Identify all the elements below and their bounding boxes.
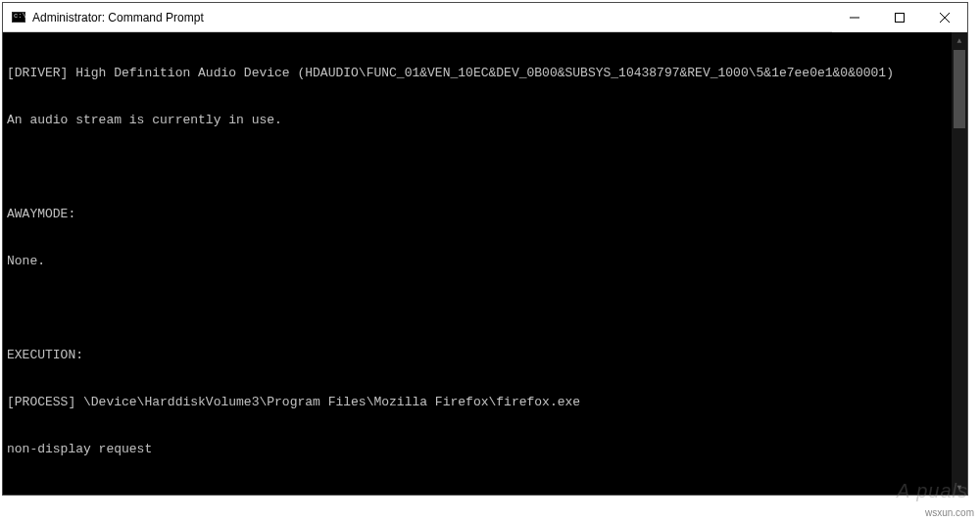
minimize-icon <box>850 13 859 23</box>
close-icon <box>940 13 950 23</box>
command-prompt-window: c:\ Administrator: Command Prompt [DRIVE… <box>2 2 968 496</box>
terminal-output[interactable]: [DRIVER] High Definition Audio Device (H… <box>3 32 967 495</box>
terminal-line: non-display request <box>7 442 963 457</box>
terminal-line <box>7 301 963 316</box>
terminal-line <box>7 489 963 495</box>
terminal-line: None. <box>7 254 963 269</box>
maximize-button[interactable] <box>877 3 922 32</box>
svg-rect-1 <box>896 14 905 23</box>
attribution-text: wsxun.com <box>925 507 974 518</box>
window-controls <box>832 3 967 31</box>
terminal-line: [DRIVER] High Definition Audio Device (H… <box>7 66 963 81</box>
vertical-scrollbar[interactable]: ▲ ▼ <box>952 32 967 495</box>
app-icon: c:\ <box>11 10 26 25</box>
scrollbar-thumb[interactable] <box>954 50 965 128</box>
scroll-up-arrow[interactable]: ▲ <box>952 32 967 48</box>
terminal-line: AWAYMODE: <box>7 207 963 222</box>
scroll-down-arrow[interactable]: ▼ <box>952 479 967 495</box>
terminal-line: An audio stream is currently in use. <box>7 113 963 128</box>
minimize-button[interactable] <box>832 3 877 32</box>
maximize-icon <box>895 13 905 23</box>
terminal-line <box>7 160 963 175</box>
window-title: Administrator: Command Prompt <box>32 11 832 24</box>
terminal-line: [PROCESS] \Device\HarddiskVolume3\Progra… <box>7 395 963 410</box>
terminal-line: EXECUTION: <box>7 348 963 363</box>
close-button[interactable] <box>922 3 967 32</box>
titlebar[interactable]: c:\ Administrator: Command Prompt <box>3 3 967 32</box>
